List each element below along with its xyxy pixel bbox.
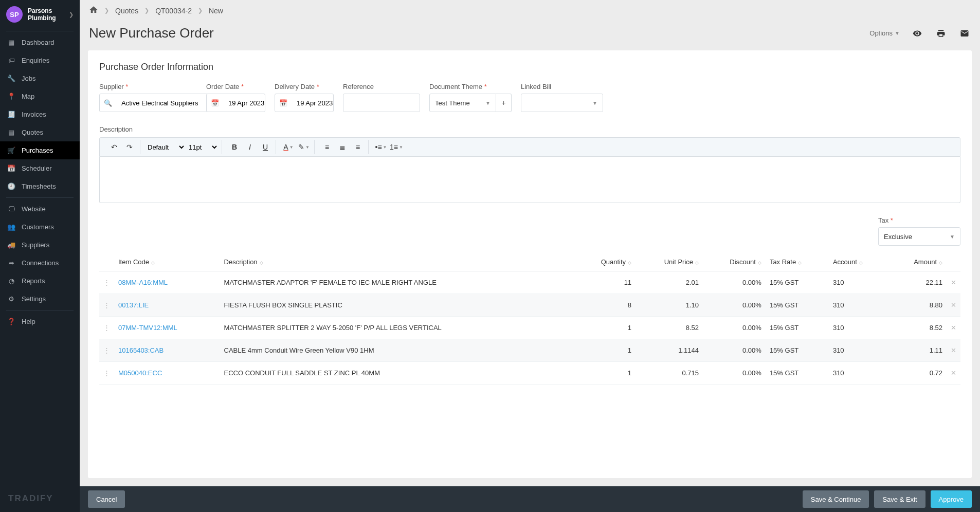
row-drag-handle[interactable]: ⋮ — [99, 339, 114, 362]
description-cell[interactable]: MATCHMASTER ADAPTOR 'F' FEMALE TO IEC MA… — [220, 271, 575, 294]
bullet-list-button[interactable]: •≡▼ — [374, 140, 388, 154]
col-tax-rate[interactable]: Tax Rate◇ — [766, 253, 829, 271]
align-right-button[interactable]: ≡ — [351, 140, 365, 154]
options-dropdown[interactable]: Options ▼ — [869, 29, 900, 37]
item-code-cell[interactable]: 10165403:CAB — [114, 339, 220, 362]
table-row[interactable]: ⋮M050040:ECCECCO CONDUIT FULL SADDLE ST … — [99, 362, 960, 385]
document-theme-select[interactable]: Test Theme▼ — [429, 94, 496, 112]
sidebar-item-website[interactable]: 🖵Website — [0, 200, 80, 218]
row-drag-handle[interactable]: ⋮ — [99, 362, 114, 385]
sidebar-item-reports[interactable]: ◔Reports — [0, 272, 80, 290]
tax-rate-cell[interactable]: 15% GST — [766, 339, 829, 362]
row-delete-button[interactable]: ✕ — [947, 339, 960, 362]
col-quantity[interactable]: Quantity◇ — [575, 253, 636, 271]
table-row[interactable]: ⋮08MM-A16:MMLMATCHMASTER ADAPTOR 'F' FEM… — [99, 271, 960, 294]
sidebar-item-quotes[interactable]: ▤Quotes — [0, 123, 80, 141]
sidebar-item-enquiries[interactable]: 🏷Enquiries — [0, 51, 80, 69]
email-button[interactable] — [958, 27, 971, 40]
account-cell[interactable]: 310 — [829, 294, 888, 317]
col-description[interactable]: Description◇ — [220, 253, 575, 271]
sidebar-item-jobs[interactable]: 🔧Jobs — [0, 69, 80, 87]
sidebar-item-invoices[interactable]: 🧾Invoices — [0, 105, 80, 123]
sidebar-item-timesheets[interactable]: 🕘Timesheets — [0, 177, 80, 195]
sidebar-item-purchases[interactable]: 🛒Purchases — [0, 141, 80, 159]
tax-rate-cell[interactable]: 15% GST — [766, 271, 829, 294]
sidebar-item-customers[interactable]: 👥Customers — [0, 218, 80, 236]
order-date-input[interactable]: 📅 — [206, 94, 265, 112]
unit-price-cell[interactable]: 0.715 — [636, 362, 703, 385]
row-delete-button[interactable]: ✕ — [947, 271, 960, 294]
unit-price-cell[interactable]: 8.52 — [636, 317, 703, 339]
quantity-cell[interactable]: 8 — [575, 294, 636, 317]
unit-price-cell[interactable]: 2.01 — [636, 271, 703, 294]
item-code-cell[interactable]: M050040:ECC — [114, 362, 220, 385]
delivery-date-input[interactable]: 📅 — [275, 94, 334, 112]
row-delete-button[interactable]: ✕ — [947, 294, 960, 317]
col-amount[interactable]: Amount◇ — [888, 253, 947, 271]
save-exit-button[interactable]: Save & Exit — [874, 490, 925, 508]
undo-button[interactable]: ↶ — [107, 140, 121, 154]
tax-rate-cell[interactable]: 15% GST — [766, 294, 829, 317]
discount-cell[interactable]: 0.00% — [703, 362, 766, 385]
item-code-cell[interactable]: 08MM-A16:MML — [114, 271, 220, 294]
breadcrumb-quote-number[interactable]: QT00034-2 — [155, 7, 192, 15]
row-delete-button[interactable]: ✕ — [947, 317, 960, 339]
tax-select[interactable]: Exclusive▼ — [878, 227, 960, 246]
breadcrumb-quotes[interactable]: Quotes — [115, 7, 138, 15]
sidebar-item-suppliers[interactable]: 🚚Suppliers — [0, 236, 80, 254]
linked-bill-select[interactable]: ▼ — [521, 94, 603, 112]
underline-button[interactable]: U — [258, 140, 273, 154]
cancel-button[interactable]: Cancel — [88, 490, 125, 508]
align-center-button[interactable]: ≣ — [335, 140, 350, 154]
sidebar-item-connections[interactable]: ➦Connections — [0, 254, 80, 272]
discount-cell[interactable]: 0.00% — [703, 317, 766, 339]
supplier-input[interactable]: 🔍 — [99, 94, 213, 112]
number-list-button[interactable]: 1≡▼ — [389, 140, 404, 154]
highlight-button[interactable]: ✎▼ — [297, 140, 311, 154]
account-cell[interactable]: 310 — [829, 317, 888, 339]
sidebar-item-scheduler[interactable]: 📅Scheduler — [0, 159, 80, 177]
quantity-cell[interactable]: 1 — [575, 317, 636, 339]
reference-text[interactable] — [343, 94, 440, 112]
quantity-cell[interactable]: 1 — [575, 362, 636, 385]
col-discount[interactable]: Discount◇ — [703, 253, 766, 271]
unit-price-cell[interactable]: 1.1144 — [636, 339, 703, 362]
reference-input[interactable] — [343, 94, 420, 112]
supplier-input-text[interactable] — [116, 94, 213, 112]
breadcrumb-home[interactable] — [89, 5, 98, 16]
table-row[interactable]: ⋮10165403:CABCABLE 4mm Conduit Wire Gree… — [99, 339, 960, 362]
table-row[interactable]: ⋮00137:LIEFIESTA FLUSH BOX SINGLE PLASTI… — [99, 294, 960, 317]
tax-rate-cell[interactable]: 15% GST — [766, 317, 829, 339]
table-row[interactable]: ⋮07MM-TMV12:MMLMATCHMASTER SPLITTER 2 WA… — [99, 317, 960, 339]
add-theme-button[interactable]: + — [496, 94, 512, 112]
description-editor[interactable] — [99, 157, 960, 203]
description-cell[interactable]: CABLE 4mm Conduit Wire Green Yellow V90 … — [220, 339, 575, 362]
discount-cell[interactable]: 0.00% — [703, 294, 766, 317]
quantity-cell[interactable]: 11 — [575, 271, 636, 294]
col-item-code[interactable]: Item Code◇ — [114, 253, 220, 271]
account-cell[interactable]: 310 — [829, 271, 888, 294]
col-unit-price[interactable]: Unit Price◇ — [636, 253, 703, 271]
approve-button[interactable]: Approve — [931, 490, 972, 508]
item-code-cell[interactable]: 07MM-TMV12:MML — [114, 317, 220, 339]
description-cell[interactable]: MATCHMASTER SPLITTER 2 WAY 5-2050 'F' P/… — [220, 317, 575, 339]
align-left-button[interactable]: ≡ — [320, 140, 334, 154]
print-button[interactable] — [935, 27, 947, 40]
company-switcher[interactable]: SP ParsonsPlumbing ❯ — [0, 0, 80, 29]
quantity-cell[interactable]: 1 — [575, 339, 636, 362]
sidebar-item-map[interactable]: 📍Map — [0, 87, 80, 105]
font-size-select[interactable]: 11pt — [187, 140, 219, 154]
row-drag-handle[interactable]: ⋮ — [99, 271, 114, 294]
text-color-button[interactable]: A▼ — [281, 140, 296, 154]
sidebar-item-help[interactable]: ❓Help — [0, 313, 80, 331]
description-cell[interactable]: FIESTA FLUSH BOX SINGLE PLASTIC — [220, 294, 575, 317]
row-drag-handle[interactable]: ⋮ — [99, 317, 114, 339]
item-code-cell[interactable]: 00137:LIE — [114, 294, 220, 317]
font-family-select[interactable]: Default — [146, 140, 186, 154]
save-continue-button[interactable]: Save & Continue — [803, 490, 869, 508]
bold-button[interactable]: B — [227, 140, 242, 154]
description-cell[interactable]: ECCO CONDUIT FULL SADDLE ST ZINC PL 40MM — [220, 362, 575, 385]
italic-button[interactable]: I — [243, 140, 257, 154]
col-account[interactable]: Account◇ — [829, 253, 888, 271]
preview-button[interactable] — [911, 27, 923, 40]
